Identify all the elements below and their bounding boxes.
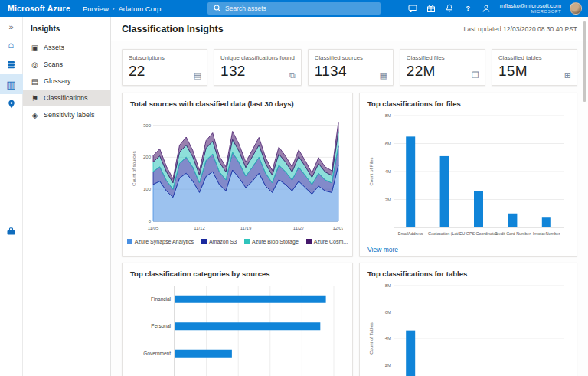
sources-icon[interactable] [0,54,23,74]
svg-text:11/19: 11/19 [240,226,252,231]
svg-text:100: 100 [143,187,152,191]
sidebar-item-assets[interactable]: ▣ Assets [23,39,110,56]
sidebar-item-sensitivity-labels[interactable]: ◈ Sensitivity labels [23,106,110,123]
notifications-bell-icon[interactable] [445,4,455,14]
svg-text:8M: 8M [385,113,391,118]
svg-text:Personal: Personal [151,323,171,329]
breadcrumb-app[interactable]: Purview [83,5,109,13]
main-content: Classification Insights Last updated 12/… [111,17,588,376]
kpi-card-classified-files[interactable]: Classified files 22M ❐ [400,49,485,86]
breadcrumb-separator-icon: › [113,5,115,12]
view-more-link[interactable]: View more [368,246,398,253]
legend-label: Azure Blob Storage [252,239,299,244]
collapse-sidebar-icon[interactable]: » [0,19,23,34]
top-bar: Microsoft Azure Purview › Adatum Corp ? … [0,0,588,17]
search-input[interactable] [225,5,376,12]
unique-classifications-icon: ⧉ [289,70,296,80]
chart-card-total-sources: Total sources with classified data (last… [122,93,353,257]
kpi-label: Classified sources [315,54,387,61]
chart-card-top-classifications-files: Top classifications for files 2M4M6M8MEm… [359,93,577,257]
svg-text:EU GPS Coordinates: EU GPS Coordinates [459,231,498,236]
account-info[interactable]: mflasko@microsoft.com MICROSOFT [500,2,561,15]
legend-item[interactable]: Azure Cosm... [306,239,348,244]
legend-label: Amazon S3 [209,239,237,244]
classifications-icon: ⚑ [31,94,39,103]
legend-item[interactable]: Azure Synapse Analytics [127,239,194,244]
kpi-label: Unique classifications found [220,54,295,61]
legend-item[interactable]: Amazon S3 [201,239,237,244]
legend-swatch [201,239,207,244]
legend-swatch [244,239,250,244]
help-glyph: ? [466,5,471,12]
svg-text:200: 200 [143,155,152,159]
chart-title: Top classifications for tables [368,270,569,278]
sidebar-item-label: Glossary [44,77,71,85]
svg-text:2M: 2M [385,198,391,202]
kpi-value: 1134 [315,63,387,80]
legend-swatch [306,239,312,244]
svg-text:InvoiceNumber: InvoiceNumber [533,231,560,236]
chart-legend: Azure Synapse Analytics Amazon S3 Azure … [130,239,345,244]
kpi-card-subscriptions[interactable]: Subscriptions 22 ▤ [122,49,207,86]
assets-icon: ▣ [31,44,39,52]
account-org: MICROSOFT [500,9,561,15]
svg-text:0: 0 [149,219,152,224]
scans-icon: ◎ [31,60,39,69]
topbar-actions: ? mflasko@microsoft.com MICROSOFT [408,2,588,15]
left-icon-rail: » ⌂ ▥ [0,17,23,376]
search-box[interactable] [207,2,381,15]
whats-new-gift-icon[interactable] [426,4,436,14]
vertical-scrollbar[interactable] [583,21,586,102]
account-avatar[interactable] [570,2,582,15]
azure-brand[interactable]: Microsoft Azure [8,4,70,13]
breadcrumb-org[interactable]: Adatum Corp [118,5,161,13]
legend-swatch [127,239,132,244]
sidebar-item-glossary[interactable]: ▤ Glossary [23,73,110,90]
svg-text:Count of Tables: Count of Tables [369,322,374,355]
management-toolbox-icon[interactable] [0,221,23,241]
chart-card-top-classifications-tables: Top classifications for tables 2M4M6M8MC… [359,263,577,376]
legend-item[interactable]: Azure Blob Storage [244,239,299,244]
svg-text:2M: 2M [385,363,391,368]
legend-label: Azure Cosm... [314,239,348,244]
sidebar-title: Insights [23,17,110,39]
files-bar-chart: 2M4M6M8MEmailAddressGeolocation (Lat/..E… [368,111,569,241]
sidebar-item-classifications[interactable]: ⚑ Classifications [23,90,110,106]
tables-bar-chart: 2M4M6M8MCount of Tables [368,281,569,376]
kpi-label: Classified tables [498,54,570,61]
svg-text:6M: 6M [385,310,391,315]
classified-tables-icon: ⊞ [564,70,571,80]
kpi-card-classified-tables[interactable]: Classified tables 15M ⊞ [492,49,577,86]
glossary-icon: ▤ [31,77,39,86]
kpi-label: Classified files [407,54,479,61]
last-updated-text: Last updated 12/03/2020 08:30:40 PST [464,25,577,33]
chart-title: Top classifications for files [368,100,569,108]
help-icon[interactable]: ? [463,4,473,14]
sidebar-item-label: Scans [44,60,63,68]
kpi-card-unique-classifications[interactable]: Unique classifications found 132 ⧉ [214,49,302,86]
insights-icon[interactable]: ▥ [0,74,23,94]
sidebar-item-scans[interactable]: ◎ Scans [23,56,110,73]
chart-card-categories-by-sources: Top classification categories by sources… [122,263,353,376]
kpi-card-classified-sources[interactable]: Classified sources 1134 ▦ [308,49,394,86]
chart-title: Top classification categories by sources [130,270,345,278]
account-email: mflasko@microsoft.com [500,2,561,9]
home-icon[interactable]: ⌂ [0,34,23,54]
feedback-chat-icon[interactable] [408,4,418,14]
svg-text:Government: Government [143,351,171,356]
svg-text:Geolocation (Lat/..: Geolocation (Lat/.. [428,231,461,236]
charts-grid: Total sources with classified data (last… [111,93,588,376]
svg-text:8M: 8M [385,283,391,288]
svg-text:Credit Card Number: Credit Card Number [495,231,531,236]
total-sources-area-chart: 010020030011/0511/1211/1911/2712/03Count… [130,111,345,235]
svg-text:Count of sources: Count of sources [132,151,136,185]
search-icon [212,4,222,14]
support-person-icon[interactable] [482,4,492,14]
legend-label: Azure Synapse Analytics [135,239,194,244]
sensitivity-labels-icon: ◈ [31,111,39,119]
browse-pin-icon[interactable] [0,94,23,114]
classified-files-icon: ❐ [472,70,479,80]
subscriptions-icon: ▤ [194,70,201,80]
svg-text:300: 300 [143,123,152,128]
kpi-value: 22M [407,63,479,80]
